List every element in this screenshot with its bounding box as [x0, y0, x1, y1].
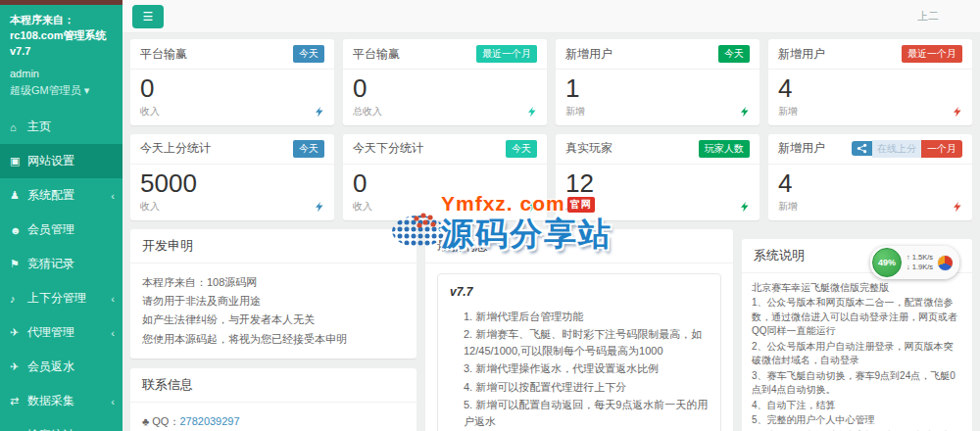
- card-sublabel: 新增: [565, 105, 585, 119]
- news-panel: 最新消息 v7.7 1. 新增代理后台管理功能 2. 新增赛车、飞艇、时时彩下注…: [425, 229, 733, 431]
- period-badge[interactable]: 一个月: [921, 140, 962, 158]
- changelog-item: 4. 新增可以按配置代理进行上下分: [464, 379, 709, 396]
- system-note: 4、自动下注，结算: [752, 399, 962, 413]
- chevron-left-icon: ‹: [111, 327, 115, 339]
- chevron-left-icon: ‹: [111, 190, 115, 202]
- sidebar-item-system-config[interactable]: ♟ 系统配置 ‹: [0, 178, 122, 213]
- bolt-icon: [954, 201, 962, 213]
- version-box-v77: v7.7 1. 新增代理后台管理功能 2. 新增赛车、飞艇、时时彩下注号码限制最…: [437, 273, 721, 431]
- period-badge[interactable]: 玩家人数: [699, 140, 750, 158]
- period-badge[interactable]: 最近一个月: [476, 45, 537, 63]
- sidebar-item-score-manage[interactable]: ♪ 上下分管理 ‹: [0, 281, 122, 315]
- system-intro: 北京赛车幸运飞艇微信版完整版: [752, 281, 962, 296]
- stat-card-real-players: 真实玩家 玩家人数 12 总数: [556, 134, 760, 220]
- sidebar-item-label: 上下分管理: [27, 290, 86, 307]
- paper-plane-icon: ✈: [10, 326, 27, 339]
- site-icon: ▣: [10, 155, 27, 168]
- card-value: 4: [778, 74, 962, 104]
- card-sublabel: 总数: [565, 200, 585, 214]
- sidebar-item-data-collect[interactable]: ⇄ 数据采集 ‹: [0, 384, 122, 418]
- bolt-icon: [528, 201, 537, 213]
- sidebar-item-label: 会员管理: [27, 221, 74, 238]
- system-note: 1、公众号版本和网页版本二合一，配置微信参数，通过微信进入可以自动登录注册，网页…: [752, 296, 962, 339]
- sidebar-item-agents[interactable]: ✈ 代理管理 ‹: [0, 315, 122, 350]
- panel-title: 开发申明: [130, 229, 416, 263]
- card-value: 12: [565, 169, 750, 199]
- bolt-icon: [316, 106, 324, 118]
- qq-icon: ♣: [142, 415, 149, 427]
- dev-line: 您使用本源码起，将视为您已经接受本申明: [142, 330, 405, 349]
- sidebar-item-site-settings[interactable]: ▣ 网站设置: [0, 144, 122, 178]
- card-value: 0: [353, 169, 537, 199]
- sidebar-item-label: 会员返水: [27, 359, 74, 375]
- card-value: 4: [778, 169, 962, 199]
- user-block[interactable]: admin 超级GM管理员 ▾: [0, 64, 122, 110]
- bottom-panels: 开发申明 本程序来自：108源码网 请勿用于非法及商业用途 如产生法律纠纷，与开…: [130, 229, 972, 431]
- changelog-item: 2. 新增赛车、飞艇、时时彩下注号码限制最高，如12/45/1000,可以限制每…: [464, 326, 709, 359]
- exchange-icon: ⇄: [10, 395, 27, 407]
- panel-title: 联系信息: [130, 368, 416, 403]
- sidebar-item-bet-records[interactable]: ⚑ 竞猜记录: [0, 247, 122, 281]
- period-badge[interactable]: 今天: [293, 140, 324, 158]
- contact-panel: 联系信息 ♣ QQ：2782039297 授权时间至：永久: [130, 368, 416, 431]
- card-sublabel: 收入: [353, 200, 372, 214]
- bolt-icon: [954, 106, 962, 118]
- changelog-item: 3. 新增代理操作返水，代理设置返水比例: [464, 360, 709, 377]
- version-label: v7.7: [450, 282, 709, 303]
- system-note: 5、完整的用户个人中心管理: [752, 413, 962, 428]
- music-note-icon: ♪: [10, 293, 27, 305]
- stat-card-new-users-month: 新增用户 最近一个月 4 新增: [768, 39, 972, 125]
- topbar: ☰ 上二: [122, 0, 980, 33]
- bolt-icon: [316, 201, 324, 213]
- sidebar-item-label: 输赢统计: [27, 427, 74, 431]
- sidebar-item-label: 数据采集: [27, 393, 74, 409]
- main-content: 平台输赢 今天 0 收入 平台输赢 最近一个月 0 总收入: [122, 33, 980, 431]
- stat-card-platform-winloss-today: 平台输赢 今天 0 收入: [130, 39, 334, 125]
- card-title: 新增用户: [778, 140, 825, 157]
- card-sublabel: 收入: [140, 200, 160, 214]
- qq-number-link[interactable]: 2782039297: [179, 415, 239, 427]
- download-speed-widget[interactable]: 49% ↑ 1.5K/s ↓ 1.9K/s: [870, 246, 959, 279]
- period-badge[interactable]: 最近一个月: [902, 45, 962, 63]
- panel-title: 最新消息: [425, 229, 733, 263]
- config-icon: ♟: [10, 189, 27, 202]
- stat-card-score-down-today: 今天下分统计 今天 0 收入: [343, 134, 547, 220]
- period-badge[interactable]: 今天: [506, 140, 537, 158]
- brand-text: 本程序来自：rc108.com管理系统 v7.7: [0, 5, 122, 64]
- stat-card-new-users-today: 新增用户 今天 1 新增: [556, 39, 760, 125]
- sidebar-item-members[interactable]: ☻ 会员管理: [0, 213, 122, 247]
- period-badge[interactable]: 今天: [718, 45, 750, 63]
- paper-plane-icon: ✈: [10, 360, 27, 373]
- sidebar-item-rebate[interactable]: ✈ 会员返水: [0, 350, 122, 384]
- system-note: 2、公众号版本用户自动注册登录，网页版本突破微信封域名，自动登录: [752, 340, 962, 368]
- chevron-left-icon: ‹: [111, 396, 115, 407]
- dev-line: 本程序来自：108源码网: [142, 273, 405, 292]
- username: admin: [10, 66, 113, 83]
- dev-line: 请勿用于非法及商业用途: [142, 292, 405, 311]
- sidebar-item-label: 网站设置: [27, 153, 74, 169]
- period-badge[interactable]: 今天: [293, 45, 324, 63]
- sidebar-item-label: 代理管理: [27, 324, 74, 341]
- dev-line: 如产生法律纠纷，与开发者本人无关: [142, 311, 405, 329]
- user-role: 超级GM管理员: [10, 84, 81, 96]
- changelog-item: 1. 新增代理后台管理功能: [464, 309, 709, 325]
- online-score-control[interactable]: 在线上分 一个月: [852, 140, 962, 158]
- accelerator-icon[interactable]: [938, 256, 953, 270]
- bolt-icon: [528, 106, 537, 118]
- card-value: 5000: [140, 169, 324, 199]
- sidebar-item-home[interactable]: ⌂ 主页: [0, 110, 122, 144]
- progress-circle: 49%: [872, 248, 902, 277]
- bolt-icon: [741, 201, 750, 213]
- qq-label: QQ：: [152, 415, 179, 427]
- changelog-item: 5. 新增可以配置自动返回，每天9点返水前一天的用户返水: [464, 397, 709, 429]
- column-left: 开发申明 本程序来自：108源码网 请勿用于非法及商业用途 如产生法律纠纷，与开…: [130, 229, 416, 431]
- card-title: 今天下分统计: [353, 140, 423, 157]
- card-title: 新增用户: [565, 46, 612, 63]
- chevron-left-icon: ‹: [111, 293, 115, 305]
- share-icon[interactable]: [852, 141, 872, 156]
- bolt-icon: [741, 106, 750, 118]
- hamburger-icon[interactable]: ☰: [132, 5, 164, 28]
- card-value: 0: [353, 74, 537, 104]
- sidebar-item-winloss-stats[interactable]: ▦ 输赢统计 ‹: [0, 418, 122, 431]
- card-sublabel: 总收入: [353, 105, 382, 119]
